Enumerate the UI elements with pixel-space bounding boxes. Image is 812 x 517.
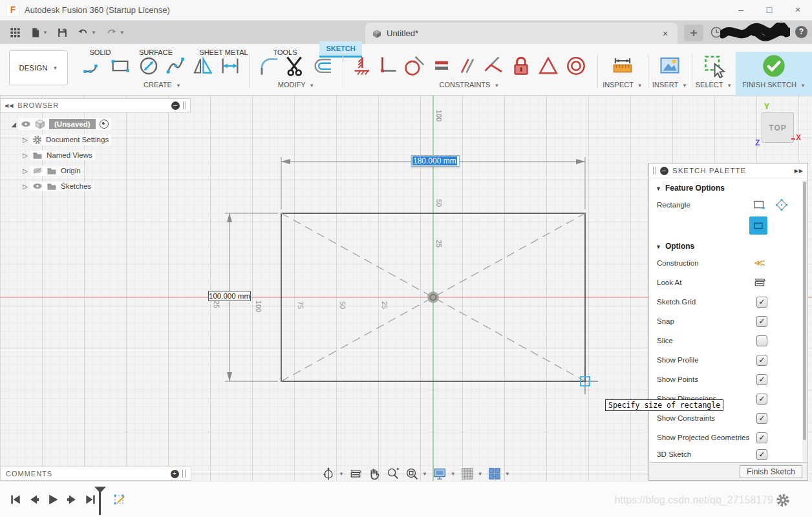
- show-constraints-checkbox[interactable]: [756, 413, 767, 424]
- measure-icon[interactable]: [610, 54, 636, 78]
- workspace-selector[interactable]: DESIGN ▼: [9, 50, 68, 85]
- origin-point[interactable]: [427, 291, 439, 303]
- undo-icon[interactable]: ▼: [77, 27, 96, 38]
- group-label-select[interactable]: SELECT ▼: [696, 81, 732, 89]
- close-button[interactable]: ×: [784, 0, 812, 21]
- collapse-panel-icon[interactable]: ◀◀: [5, 103, 14, 109]
- 3d-sketch-checkbox[interactable]: [756, 449, 767, 460]
- fillet-icon[interactable]: [257, 54, 282, 78]
- three-point-rectangle-selected-icon[interactable]: [749, 216, 767, 235]
- look-at-icon[interactable]: [752, 276, 767, 289]
- new-tab-button[interactable]: +: [684, 25, 703, 41]
- group-label-constraints[interactable]: CONSTRAINTS ▼: [440, 81, 500, 89]
- eye-off-icon[interactable]: [32, 167, 43, 174]
- timeline-sketch-feature-icon[interactable]: [112, 492, 127, 507]
- pan-icon[interactable]: [367, 467, 381, 481]
- browser-header[interactable]: ◀◀ BROWSER –: [0, 98, 191, 112]
- expand-triangle-icon[interactable]: ▷: [21, 183, 30, 190]
- scrollbar-thumb[interactable]: [803, 182, 806, 440]
- model-canvas[interactable]: 180.000 mm 100.000 mm 25 100 75 50 25 10…: [0, 96, 812, 481]
- add-comment-icon[interactable]: +: [171, 470, 179, 478]
- sketch-line-icon[interactable]: [81, 55, 105, 77]
- section-options[interactable]: ▼Options: [649, 237, 807, 253]
- width-dimension-input[interactable]: 180.000 mm: [411, 155, 460, 167]
- comments-panel[interactable]: COMMENTS +: [0, 467, 191, 481]
- insert-image-icon[interactable]: [657, 54, 683, 78]
- browser-item-sketches[interactable]: ▷ Sketches: [0, 178, 191, 194]
- palette-scrollbar[interactable]: [802, 180, 807, 462]
- constraint-polygon-icon[interactable]: [536, 54, 561, 78]
- root-document-label[interactable]: (Unsaved): [49, 119, 96, 129]
- show-dimensions-checkbox[interactable]: [756, 394, 767, 405]
- orbit-icon[interactable]: ▼: [321, 467, 344, 481]
- look-at-icon[interactable]: [348, 467, 363, 480]
- panel-grip[interactable]: [183, 101, 186, 109]
- timeline-play-icon[interactable]: [47, 493, 59, 506]
- minimize-button[interactable]: –: [727, 0, 755, 21]
- constraint-equal-icon[interactable]: [430, 55, 453, 77]
- sketch-grid-checkbox[interactable]: [756, 297, 767, 308]
- sketch-rectangle-icon[interactable]: [107, 55, 133, 77]
- constraint-fix-icon[interactable]: [350, 54, 373, 78]
- timeline-step-forward-icon[interactable]: [65, 493, 78, 506]
- expand-triangle-icon[interactable]: ◢: [9, 121, 18, 128]
- activate-component-radio[interactable]: [100, 120, 109, 129]
- document-tab[interactable]: Untitled* ×: [365, 23, 678, 44]
- finish-sketch-button[interactable]: FINISH SKETCH ▼: [736, 52, 812, 96]
- show-points-checkbox[interactable]: [756, 374, 767, 385]
- sketch-spline-icon[interactable]: [164, 54, 187, 78]
- show-profile-checkbox[interactable]: [756, 355, 767, 366]
- trim-scissors-icon[interactable]: [284, 54, 308, 78]
- constraint-tangent-icon[interactable]: [401, 54, 427, 78]
- save-icon[interactable]: [57, 27, 68, 38]
- expand-triangle-icon[interactable]: ▷: [21, 152, 30, 159]
- group-label-modify[interactable]: MODIFY ▼: [278, 81, 315, 89]
- two-point-rectangle-icon[interactable]: [752, 198, 767, 212]
- browser-root-row[interactable]: ◢ (Unsaved): [0, 116, 191, 132]
- show-projected-geometries-checkbox[interactable]: [756, 432, 767, 443]
- maximize-button[interactable]: □: [755, 0, 784, 21]
- constraint-concentric-icon[interactable]: [563, 54, 589, 78]
- finish-sketch-footer-button[interactable]: Finish Sketch: [740, 465, 802, 478]
- timeline-step-back-icon[interactable]: [28, 493, 41, 506]
- constraint-parallel-icon[interactable]: [456, 54, 479, 78]
- expand-panel-icon[interactable]: ▶▶: [795, 168, 804, 174]
- sketch-circle-icon[interactable]: [136, 54, 162, 78]
- viewports-icon[interactable]: ▼: [487, 467, 510, 481]
- browser-item-document-settings[interactable]: ▷ Document Settings: [0, 132, 191, 147]
- panel-grip[interactable]: [653, 167, 656, 174]
- mirror-icon[interactable]: [190, 54, 215, 78]
- expand-triangle-icon[interactable]: ▷: [21, 167, 30, 174]
- display-settings-icon[interactable]: ▼: [432, 467, 456, 481]
- eye-icon[interactable]: [21, 120, 31, 128]
- offset-icon[interactable]: [310, 55, 335, 77]
- sketch-palette-header[interactable]: – SKETCH PALETTE ▶▶: [649, 164, 807, 178]
- sketch-dimension-icon[interactable]: [217, 55, 243, 77]
- browser-item-named-views[interactable]: ▷ Named Views: [0, 147, 191, 163]
- panel-grip[interactable]: [182, 470, 186, 478]
- group-label-insert[interactable]: INSERT ▼: [652, 81, 687, 89]
- group-label-create[interactable]: CREATE ▼: [144, 81, 181, 89]
- group-label-inspect[interactable]: INSPECT ▼: [603, 81, 642, 89]
- grid-settings-icon[interactable]: ▼: [460, 467, 483, 481]
- minimize-panel-icon[interactable]: –: [660, 167, 668, 175]
- timeline-playhead[interactable]: [99, 489, 101, 515]
- zoom-icon[interactable]: [386, 467, 400, 481]
- construction-icon[interactable]: [752, 257, 767, 269]
- constraint-lock-icon[interactable]: [509, 53, 533, 79]
- slice-checkbox[interactable]: [756, 335, 767, 346]
- help-button[interactable]: ?: [795, 26, 807, 38]
- snap-checkbox[interactable]: [756, 316, 767, 327]
- view-cube[interactable]: TOP: [762, 112, 794, 143]
- center-rectangle-icon[interactable]: [774, 198, 789, 212]
- constraint-perpendicular-icon[interactable]: [376, 54, 399, 78]
- timeline-skip-end-icon[interactable]: [84, 493, 97, 506]
- document-tab-close-icon[interactable]: ×: [659, 28, 671, 39]
- timeline-playhead-flag[interactable]: [94, 487, 106, 493]
- expand-triangle-icon[interactable]: ▷: [21, 136, 30, 143]
- redo-icon[interactable]: ▼: [105, 27, 125, 38]
- app-launcher-icon[interactable]: [10, 27, 21, 38]
- zoom-window-icon[interactable]: ▼: [405, 467, 427, 481]
- timeline-skip-start-icon[interactable]: [9, 493, 22, 506]
- browser-item-origin[interactable]: ▷ Origin: [0, 163, 191, 178]
